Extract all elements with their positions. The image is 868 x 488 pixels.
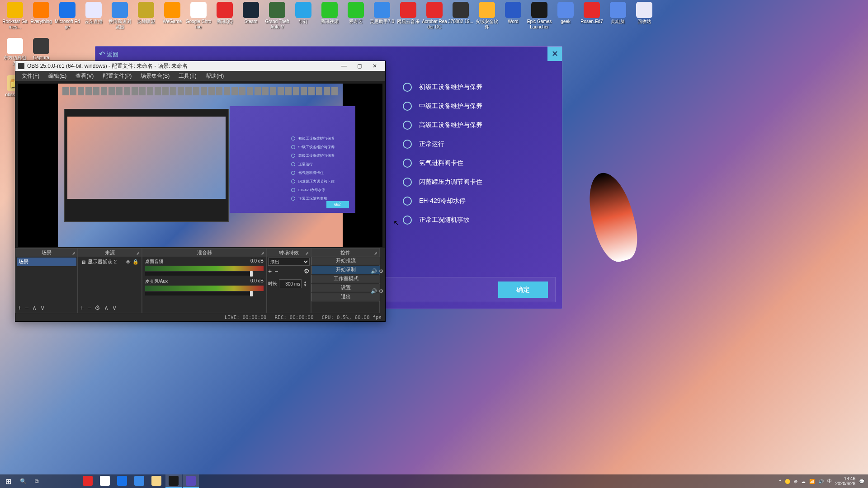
control-button[interactable]: 退出	[311, 293, 380, 301]
add-icon[interactable]: +	[18, 304, 21, 311]
remove-icon[interactable]: −	[274, 267, 278, 275]
desktop-icon[interactable]: 英雄联盟	[133, 2, 159, 30]
training-option[interactable]: 正常工况随机事故	[403, 216, 552, 225]
menu-item[interactable]: 场景集合(S)	[136, 71, 174, 81]
taskbar-clock[interactable]: 18:46 2020/6/28	[835, 476, 856, 486]
desktop-icon[interactable]: Epic Games Launcher	[526, 2, 552, 30]
training-option[interactable]: 中级工设备维护与保养	[403, 102, 552, 111]
desktop-icon[interactable]: Rockstar Games...	[2, 2, 28, 30]
dock-title[interactable]: 场景⬈	[16, 249, 77, 257]
down-icon[interactable]: ∨	[40, 304, 45, 311]
search-icon[interactable]: 🔍	[16, 478, 30, 484]
task-view-icon[interactable]: ⧉	[30, 478, 43, 484]
taskbar-app[interactable]	[165, 474, 182, 488]
taskbar-app[interactable]	[80, 474, 96, 488]
remove-icon[interactable]: −	[87, 304, 91, 311]
desktop-icon[interactable]: Steam	[238, 2, 264, 30]
tray-wifi-icon[interactable]: 📶	[809, 479, 815, 484]
desktop-icon[interactable]: 回收站	[631, 2, 657, 30]
desktop-icon[interactable]: 370882 19...	[448, 2, 474, 30]
popout-icon[interactable]: ⬈	[373, 249, 378, 255]
tray-icon[interactable]: ☁	[801, 479, 806, 484]
training-option[interactable]: 闪蒸罐压力调节阀卡住	[403, 178, 552, 187]
source-item[interactable]: 🖥 显示器捕获 2 👁 🔒	[79, 258, 141, 266]
popout-icon[interactable]: ⬈	[260, 249, 265, 255]
transition-select[interactable]: 淡出	[268, 258, 310, 266]
taskbar-app[interactable]	[114, 474, 130, 488]
remove-icon[interactable]: −	[25, 304, 28, 311]
duration-input[interactable]	[279, 279, 302, 288]
desktop-icon[interactable]: Microsoft Edge	[54, 2, 80, 30]
desktop-icon[interactable]: Word	[500, 2, 526, 30]
tray-icon[interactable]: 🟡	[785, 479, 790, 484]
menu-item[interactable]: 配置文件(P)	[98, 71, 136, 81]
dock-title[interactable]: 转场特效⬈	[267, 249, 311, 257]
up-icon[interactable]: ∧	[32, 304, 37, 311]
tray-ime-icon[interactable]: 中	[827, 478, 832, 484]
visibility-icon[interactable]: 👁	[126, 259, 131, 265]
popout-icon[interactable]: ⬈	[71, 249, 76, 255]
training-option[interactable]: 高级工设备维护与保养	[403, 121, 552, 130]
scene-item[interactable]: 场景	[17, 258, 76, 266]
menu-item[interactable]: 工具(T)	[174, 71, 201, 81]
popout-icon[interactable]: ⬈	[135, 249, 141, 255]
add-icon[interactable]: +	[268, 267, 272, 275]
spinner-icon[interactable]: ▲▼	[303, 281, 307, 287]
menu-item[interactable]: 文件(F)	[17, 71, 44, 81]
volume-slider[interactable]	[145, 272, 252, 276]
training-option[interactable]: 初级工设备维护与保养	[403, 83, 552, 92]
gear-icon[interactable]: ⚙	[94, 304, 100, 311]
control-button[interactable]: 工作室模式	[311, 275, 380, 283]
taskbar-app[interactable]	[183, 474, 199, 488]
menu-item[interactable]: 帮助(H)	[201, 71, 229, 81]
desktop-icon[interactable]: 此电脑	[605, 2, 631, 30]
desktop-icon[interactable]: geek	[552, 2, 579, 30]
close-button[interactable]: ✕	[547, 47, 562, 61]
desktop-icon[interactable]: 爱奇艺	[343, 2, 369, 30]
taskbar-app[interactable]	[131, 474, 147, 488]
dock-title[interactable]: 来源⬈	[78, 249, 142, 257]
confirm-button[interactable]: 确定	[498, 282, 548, 298]
system-tray[interactable]: ˄ 🟡 ⊕ ☁ 📶 🔊 中 18:46 2020/6/28 💬	[775, 476, 868, 486]
desktop-icon[interactable]: Grand Theft Auto V	[264, 2, 290, 30]
desktop-icon[interactable]: Rosen.Ed7	[579, 2, 605, 30]
desktop-icon[interactable]: Everything	[28, 2, 54, 30]
desktop-icon[interactable]: 腾讯QQ	[212, 2, 238, 30]
desktop-icon[interactable]: 网易云音乐	[395, 2, 421, 30]
dock-title[interactable]: 混音器⬈	[142, 249, 266, 257]
training-option[interactable]: 正常运行	[403, 140, 552, 149]
tray-chevron-icon[interactable]: ˄	[779, 479, 781, 484]
desktop-icon[interactable]: 搜狗高速浏览器	[107, 2, 133, 30]
add-icon[interactable]: +	[80, 304, 84, 311]
speaker-icon[interactable]: 🔊	[371, 288, 377, 294]
control-button[interactable]: 开始录制	[311, 266, 380, 274]
training-option[interactable]: 氢气进料阀卡住	[403, 159, 552, 168]
minimize-button[interactable]: ―	[336, 61, 352, 71]
back-button[interactable]: 返回	[99, 50, 118, 59]
desktop-icon[interactable]: Acrobat Reader DC	[421, 2, 448, 30]
desktop-icon[interactable]: WeGame	[159, 2, 185, 30]
desktop-icon[interactable]: 腾讯视频	[316, 2, 343, 30]
maximize-button[interactable]: ▢	[352, 61, 367, 71]
desktop-icon[interactable]: 钉钉	[290, 2, 316, 30]
control-button[interactable]: 设置	[311, 284, 380, 292]
close-button[interactable]: ✕	[367, 61, 382, 71]
desktop-icon[interactable]: 灵思助手7.0	[369, 2, 395, 30]
gear-icon[interactable]: ⚙	[379, 288, 383, 294]
control-button[interactable]: 开始推流	[311, 257, 380, 265]
gear-icon[interactable]: ⚙	[304, 267, 310, 275]
desktop-icon[interactable]: 火绒安全软件	[474, 2, 500, 30]
popout-icon[interactable]: ⬈	[304, 249, 310, 255]
taskbar-app[interactable]	[97, 474, 113, 488]
up-icon[interactable]: ∧	[104, 304, 108, 311]
tray-icon[interactable]: ⊕	[794, 479, 797, 484]
desktop-icon[interactable]: Google Chrome	[185, 2, 212, 30]
desktop-icon[interactable]: 云朵直播	[80, 2, 107, 30]
dock-title[interactable]: 控件⬈	[311, 249, 379, 257]
obs-preview[interactable]: 初级工设备维护与保养中级工设备维护与保养高级工设备维护与保养正常运行氢气进料阀卡…	[18, 84, 382, 247]
training-option[interactable]: EH-429冷却水停	[403, 197, 552, 206]
start-button[interactable]: ⊞	[0, 474, 16, 488]
speaker-icon[interactable]: 🔊	[371, 268, 377, 274]
down-icon[interactable]: ∨	[112, 304, 117, 311]
gear-icon[interactable]: ⚙	[379, 268, 383, 274]
